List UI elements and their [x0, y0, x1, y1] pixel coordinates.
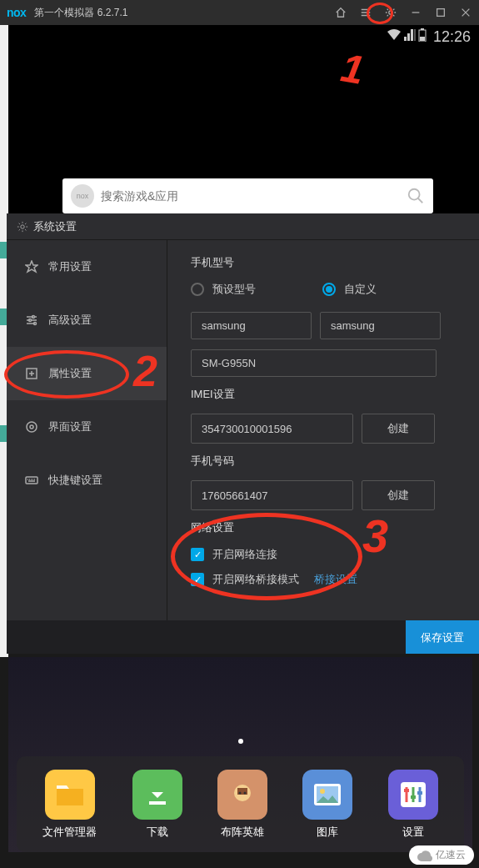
- settings-dialog: 系统设置 常用设置 高级设置 属性设置 界面设置 快捷键设置: [7, 213, 479, 654]
- imei-create-button[interactable]: 创建: [362, 414, 435, 444]
- dialog-header: 系统设置: [7, 213, 479, 240]
- sliders-icon: [388, 770, 438, 820]
- window-titlebar: nox 第一个模拟器 6.2.7.1: [0, 0, 479, 25]
- sidebar-item-advanced[interactable]: 高级设置: [7, 294, 167, 347]
- maximize-icon[interactable]: [434, 6, 447, 19]
- radio-custom[interactable]: 自定义: [322, 282, 377, 297]
- download-icon: [132, 770, 182, 820]
- svg-point-17: [243, 791, 246, 794]
- settings-sidebar: 常用设置 高级设置 属性设置 界面设置 快捷键设置: [7, 240, 167, 654]
- sidebar-item-label: 属性设置: [48, 366, 92, 381]
- svg-point-0: [389, 11, 392, 14]
- search-logo-icon: nox: [71, 184, 94, 208]
- radio-label: 预设型号: [212, 282, 256, 297]
- svg-rect-13: [26, 477, 37, 484]
- emulator-home-top: nox: [8, 48, 479, 213]
- page-indicator: [8, 657, 472, 747]
- svg-rect-4: [420, 37, 425, 41]
- radio-preset[interactable]: 预设型号: [191, 282, 256, 297]
- app-label: 文件管理器: [42, 825, 97, 840]
- android-statusbar: 12:26: [8, 25, 479, 48]
- launcher-area: 文件管理器 下载 布阵英雄 图库 设置: [8, 657, 472, 852]
- game-icon: [217, 770, 267, 820]
- brand-input[interactable]: [320, 312, 441, 339]
- search-box[interactable]: nox: [62, 178, 433, 213]
- window-title: 第一个模拟器 6.2.7.1: [34, 6, 334, 20]
- phone-number-input[interactable]: [191, 480, 353, 510]
- app-settings[interactable]: 设置: [388, 770, 438, 840]
- folder-icon: [45, 770, 95, 820]
- close-icon[interactable]: [459, 6, 472, 19]
- wifi-icon: [387, 29, 402, 44]
- checkbox-bridge-mode[interactable]: ✓ 开启网络桥接模式 桥接设置: [191, 572, 456, 587]
- battery-icon: [418, 28, 427, 45]
- dialog-title: 系统设置: [33, 219, 77, 234]
- app-gallery[interactable]: 图库: [302, 770, 352, 840]
- sidebar-item-property[interactable]: 属性设置: [7, 347, 167, 400]
- watermark-text: 亿速云: [436, 848, 466, 862]
- svg-rect-1: [437, 9, 445, 17]
- app-label: 设置: [402, 825, 424, 840]
- svg-point-6: [21, 224, 24, 228]
- checkbox-label: 开启网络桥接模式: [212, 572, 299, 587]
- watermark: 亿速云: [409, 845, 474, 865]
- gallery-icon: [302, 770, 352, 820]
- app-download[interactable]: 下载: [132, 770, 182, 840]
- nox-logo: nox: [7, 6, 26, 19]
- manufacturer-input[interactable]: [191, 312, 312, 339]
- settings-content: 手机型号 预设型号 自定义 IMEI设置 创建: [167, 240, 479, 654]
- network-label: 网络设置: [191, 520, 456, 535]
- svg-rect-24: [417, 791, 422, 795]
- app-label: 下载: [147, 825, 168, 840]
- minimize-icon[interactable]: [409, 6, 422, 19]
- svg-point-5: [409, 189, 420, 200]
- sidebar-item-label: 常用设置: [48, 259, 92, 274]
- clock: 12:26: [433, 28, 471, 46]
- svg-point-20: [320, 789, 325, 794]
- imei-label: IMEI设置: [191, 387, 456, 402]
- gear-icon[interactable]: [384, 6, 397, 19]
- save-settings-button[interactable]: 保存设置: [406, 620, 479, 654]
- app-label: 图库: [317, 825, 338, 840]
- home-icon[interactable]: [334, 6, 347, 19]
- phone-model-label: 手机型号: [191, 255, 456, 270]
- titlebar-controls: [334, 6, 472, 19]
- svg-rect-23: [411, 795, 416, 799]
- sidebar-item-shortcut[interactable]: 快捷键设置: [7, 454, 167, 507]
- phone-number-label: 手机号码: [191, 454, 456, 469]
- checkbox-label: 开启网络连接: [212, 547, 277, 562]
- app-tray: 文件管理器 下载 布阵英雄 图库 设置: [17, 756, 464, 852]
- model-input[interactable]: [191, 349, 437, 377]
- phone-create-button[interactable]: 创建: [362, 480, 435, 510]
- sidebar-item-label: 界面设置: [48, 419, 92, 434]
- checkbox-icon: ✓: [191, 573, 204, 586]
- svg-point-11: [27, 422, 37, 432]
- app-label: 布阵英雄: [221, 825, 264, 840]
- bridge-settings-link[interactable]: 桥接设置: [314, 572, 357, 587]
- signal-icon: [404, 29, 416, 44]
- search-icon[interactable]: [407, 187, 425, 205]
- app-game[interactable]: 布阵英雄: [217, 770, 267, 840]
- svg-point-12: [30, 425, 33, 429]
- sidebar-item-label: 快捷键设置: [48, 473, 102, 488]
- dialog-footer: 保存设置: [7, 620, 479, 654]
- sidebar-item-label: 高级设置: [48, 313, 92, 328]
- imei-input[interactable]: [191, 414, 353, 444]
- svg-point-16: [238, 791, 241, 794]
- svg-rect-22: [404, 789, 409, 792]
- sidebar-item-interface[interactable]: 界面设置: [7, 400, 167, 454]
- sidebar-item-general[interactable]: 常用设置: [7, 240, 167, 294]
- checkbox-network-connect[interactable]: ✓ 开启网络连接: [191, 547, 456, 562]
- menu-icon[interactable]: [359, 6, 372, 19]
- checkbox-icon: ✓: [191, 548, 204, 561]
- radio-icon: [191, 283, 204, 296]
- radio-label: 自定义: [344, 282, 377, 297]
- radio-icon: [322, 283, 336, 296]
- search-input[interactable]: [101, 189, 407, 203]
- app-file-manager[interactable]: 文件管理器: [42, 770, 97, 840]
